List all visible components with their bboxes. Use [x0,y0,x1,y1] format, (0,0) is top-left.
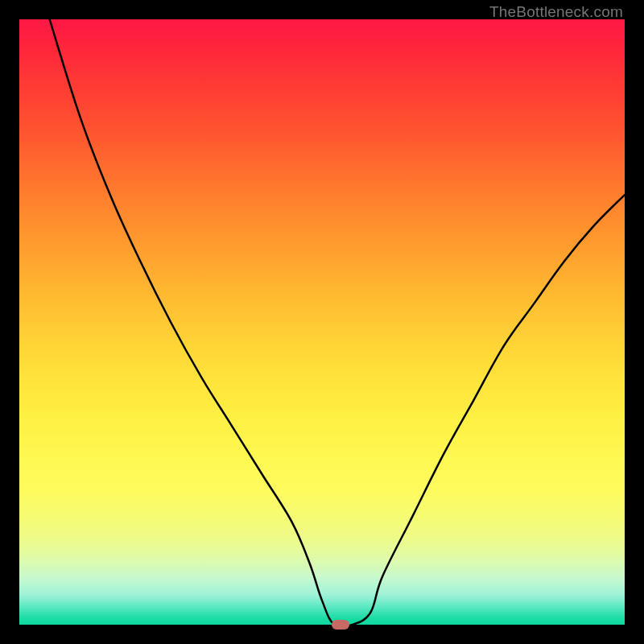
chart-frame: TheBottleneck.com [0,0,644,644]
chart-plot-area [19,19,625,625]
chart-curve [19,19,625,625]
chart-marker [332,620,349,630]
watermark-text: TheBottleneck.com [489,3,623,21]
